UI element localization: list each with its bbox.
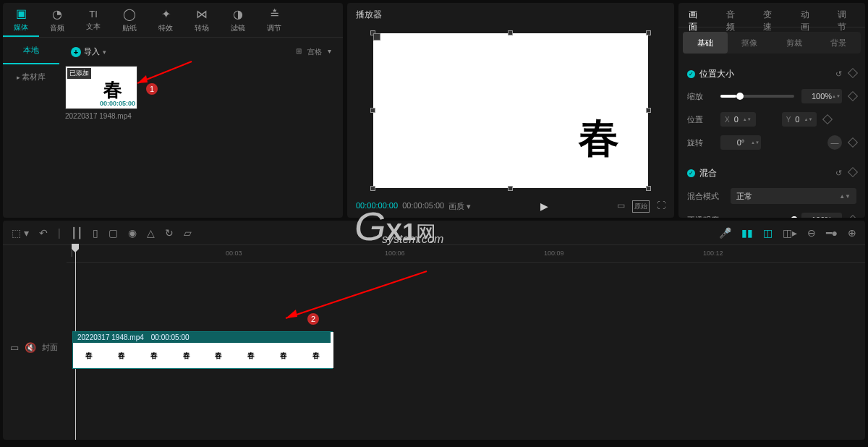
ratio-icon[interactable]: ▭ [617,200,625,213]
props-tab-audio[interactable]: 音频 [716,3,754,27]
properties-panel: 画面 音频 变速 动画 调节 基础 抠像 剪裁 背景 ✓位置大小 ↺ 缩放 10… [678,3,865,218]
crop-icon[interactable]: ▱ [184,227,192,239]
position-label: 位置 [687,114,713,125]
fullscreen-icon[interactable]: ⛶ [657,200,665,213]
tab-sticker-label: 贴纸 [122,23,137,33]
timeline-ruler[interactable]: | 00:03 100:06 100:09 100:12 [67,245,865,263]
keyframe-icon[interactable] [848,91,858,101]
tab-audio[interactable]: ◔音频 [39,3,75,37]
timeline-tracks[interactable]: ▭ 🔇 封面 20220317 1948.mp4 00:00:05:00 春春春… [3,263,865,440]
keyframe-icon[interactable] [848,68,858,78]
subtab-crop[interactable]: 剪裁 [772,32,817,54]
rotate-dial-icon[interactable]: — [827,135,842,150]
plus-icon: + [71,47,81,57]
preview-icon[interactable]: ◫▸ [783,227,797,239]
blendmode-label: 混合模式 [687,191,723,202]
check-icon[interactable]: ✓ [687,70,695,78]
tab-effect-label: 特效 [158,23,173,33]
pointer-tool-icon[interactable]: ⬚ ▾ [12,227,29,239]
section-blend-label: 混合 [699,167,717,179]
position-x[interactable]: X0▲▼ [720,112,756,127]
play-button[interactable]: ▶ [540,200,548,212]
freeze-icon[interactable]: ◉ [128,227,137,239]
props-tab-anim[interactable]: 动画 [791,3,828,27]
original-icon[interactable]: 原始 [632,200,650,213]
tab-text[interactable]: TI文本 [75,3,111,37]
undo-icon[interactable]: ↶ [39,227,48,239]
keyframe-icon[interactable] [848,215,858,218]
chevron-down-icon: ▾ [103,48,106,56]
quality-dropdown[interactable]: 画质 ▾ [448,201,471,212]
sort-label: 宫格 [307,47,322,57]
delete-right-icon[interactable]: ▢ [109,227,118,239]
tab-adjust[interactable]: ≛调节 [256,3,292,37]
thumb-filename: 20220317 1948.mp4 [65,112,137,120]
import-button[interactable]: + 导入 ▾ [71,46,106,57]
delete-left-icon[interactable]: ▯ [93,227,98,239]
tab-effect[interactable]: ✦特效 [148,3,184,37]
tab-text-label: 文本 [86,22,101,32]
view-options[interactable]: ⊞ 宫格 ▾ [296,47,331,57]
subtab-basic[interactable]: 基础 [683,32,728,54]
blendmode-select[interactable]: 正常▲▼ [731,188,856,204]
lock-icon[interactable]: ▭ [10,342,19,353]
import-label: 导入 [84,46,100,57]
reset-icon[interactable]: ↺ [835,169,842,178]
grid-view-icon[interactable]: ⊞ [296,47,302,57]
rotate-ccw-icon[interactable]: ↻ [165,227,174,239]
keyframe-icon[interactable] [848,137,858,148]
props-tab-speed[interactable]: 变速 [753,3,791,27]
sidebar-library-label: 素材库 [22,72,46,81]
zoom-out-icon[interactable]: ⊖ [807,227,816,239]
subtab-matte[interactable]: 抠像 [728,32,773,54]
timeline-panel: ⬚ ▾ ↶ | ┃┃ ▯ ▢ ◉ △ ↻ ▱ 🎤 ▮▮ ◫ ◫▸ ⊖ ━● ⊕ … [3,221,865,440]
player-title: 播放器 [347,3,674,27]
opacity-value[interactable]: 100%▲▼ [801,213,842,218]
mirror-icon[interactable]: △ [147,227,155,239]
link-icon[interactable]: ◫ [763,227,773,239]
tab-adjust-label: 调节 [267,23,281,33]
track-cover-label[interactable]: 封面 [42,342,58,353]
split-icon[interactable]: ┃┃ [71,227,82,239]
scale-value[interactable]: 100%▲▼ [801,89,842,103]
check-icon[interactable]: ✓ [687,169,695,177]
position-y[interactable]: Y0▲▼ [782,112,817,127]
reset-icon[interactable]: ↺ [835,69,842,79]
sidebar-library[interactable]: ▸ 素材库 [3,64,59,90]
sticker-icon: ◯ [123,7,136,21]
mute-icon[interactable]: 🔇 [25,342,36,353]
subtab-bg[interactable]: 背景 [817,32,861,54]
keyframe-icon[interactable] [822,114,833,124]
clip-thumbnails: 春春春春春春春春 [73,343,332,368]
mic-icon[interactable]: 🎤 [719,227,731,239]
tab-filter[interactable]: ◑滤镜 [220,3,256,37]
timecode-duration: 00:00:05:00 [402,201,444,212]
props-subtabs: 基础 抠像 剪裁 背景 [683,32,861,54]
annotation-badge-2: 2 [307,313,319,325]
props-tab-picture[interactable]: 画面 [678,3,716,27]
top-tabs: ▣媒体 ◔音频 TI文本 ◯贴纸 ✦特效 ⋈转场 ◑滤镜 ≛调节 [3,3,343,38]
sidebar-local[interactable]: 本地 [3,38,59,64]
tab-sticker[interactable]: ◯贴纸 [111,3,148,37]
opacity-label: 不透明度 [687,215,723,218]
effect-icon: ✦ [161,7,171,21]
ruler-mark: 100:06 [385,250,405,257]
timeline-clip[interactable]: 20220317 1948.mp4 00:00:05:00 春春春春春春春春 [72,331,333,369]
filter-icon: ◑ [233,7,243,21]
zoom-in-icon[interactable]: ⊕ [848,227,856,239]
media-thumbnail[interactable]: 已添加 春 00:00:05:00 20220317 1948.mp4 [65,66,137,120]
media-icon: ▣ [16,7,27,20]
props-tab-adjust[interactable]: 调节 [827,3,865,27]
clip-name: 20220317 1948.mp4 [77,333,144,341]
media-content: + 导入 ▾ ⊞ 宫格 ▾ 已添加 春 00:00:05:00 [59,38,343,218]
tab-transition[interactable]: ⋈转场 [184,3,220,37]
scale-slider[interactable] [720,95,794,98]
magnet-icon[interactable]: ▮▮ [741,227,753,239]
zoom-slider[interactable]: ━● [826,227,838,239]
ruler-mark: 100:09 [544,250,564,257]
text-icon: TI [89,9,98,20]
rotate-value[interactable]: 0°▲▼ [720,135,761,150]
keyframe-icon[interactable] [848,167,858,177]
player-canvas[interactable]: 春 [373,33,648,188]
tab-media[interactable]: ▣媒体 [3,3,39,37]
